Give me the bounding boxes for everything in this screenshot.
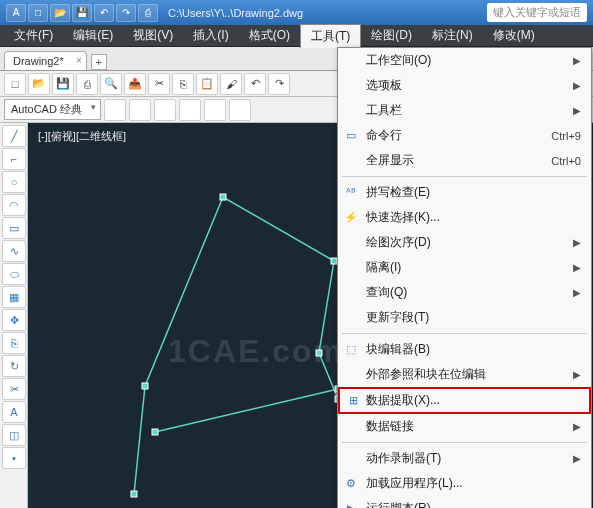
menu-item[interactable]: ᴬᴮ拼写检查(E)	[338, 180, 591, 205]
menu-item-label: 隔离(I)	[366, 259, 401, 276]
watermark: 1CAE.com	[168, 333, 344, 370]
preview-icon[interactable]: 🔍	[100, 73, 122, 95]
publish-icon[interactable]: 📤	[124, 73, 146, 95]
menu-separator	[342, 176, 587, 177]
save-file-icon[interactable]: 💾	[52, 73, 74, 95]
undo-icon[interactable]: ↶	[244, 73, 266, 95]
menu-item[interactable]: 修改(M)	[483, 24, 545, 47]
plot-icon[interactable]: ⎙	[76, 73, 98, 95]
cut-icon[interactable]: ✂	[148, 73, 170, 95]
menu-item-label: 数据提取(X)...	[366, 392, 440, 409]
open-icon[interactable]: 📂	[50, 4, 70, 22]
menu-item[interactable]: ⚙加载应用程序(L)...	[338, 471, 591, 496]
save-icon[interactable]: 💾	[72, 4, 92, 22]
polyline-icon[interactable]: ⌐	[2, 148, 26, 170]
point-icon[interactable]: •	[2, 447, 26, 469]
sun-icon[interactable]	[179, 99, 201, 121]
submenu-arrow-icon: ▶	[573, 287, 581, 298]
new-file-icon[interactable]: □	[4, 73, 26, 95]
menu-item-label: 全屏显示	[366, 152, 414, 169]
new-icon[interactable]: □	[28, 4, 48, 22]
menu-item[interactable]: 视图(V)	[123, 24, 183, 47]
rotate-icon[interactable]: ↻	[2, 355, 26, 377]
text-icon[interactable]: A	[2, 401, 26, 423]
submenu-arrow-icon: ▶	[573, 262, 581, 273]
menu-item-label: 工作空间(O)	[366, 52, 431, 69]
new-tab-button[interactable]: +	[91, 54, 107, 70]
arc-icon[interactable]: ◠	[2, 194, 26, 216]
line-icon[interactable]: ╱	[2, 125, 26, 147]
open-file-icon[interactable]: 📂	[28, 73, 50, 95]
menu-item[interactable]: 选项板▶	[338, 73, 591, 98]
submenu-arrow-icon: ▶	[573, 55, 581, 66]
menu-item[interactable]: 编辑(E)	[63, 24, 123, 47]
menu-item-label: 运行脚本(R)...	[366, 500, 441, 508]
freeze-icon[interactable]	[204, 99, 226, 121]
submenu-arrow-icon: ▶	[573, 80, 581, 91]
menu-item-label: 快速选择(K)...	[366, 209, 440, 226]
menu-item[interactable]: 绘图(D)	[361, 24, 422, 47]
menu-item[interactable]: 动作录制器(T)▶	[338, 446, 591, 471]
menu-item[interactable]: ⚡快速选择(K)...	[338, 205, 591, 230]
menu-item[interactable]: 工作空间(O)▶	[338, 48, 591, 73]
file-path: C:\Users\Y\..\Drawing2.dwg	[168, 7, 303, 19]
redo-icon[interactable]: ↷	[116, 4, 136, 22]
menu-item[interactable]: 绘图次序(D)▶	[338, 230, 591, 255]
copy-tool-icon[interactable]: ⎘	[2, 332, 26, 354]
menu-item[interactable]: 数据链接▶	[338, 414, 591, 439]
menu-item-label: 命令行	[366, 127, 402, 144]
region-icon[interactable]: ◫	[2, 424, 26, 446]
submenu-arrow-icon: ▶	[573, 105, 581, 116]
light-icon[interactable]	[154, 99, 176, 121]
menu-item[interactable]: 外部参照和块在位编辑▶	[338, 362, 591, 387]
menu-item[interactable]: ⊞数据提取(X)...	[338, 387, 591, 414]
spline-icon[interactable]: ∿	[2, 240, 26, 262]
menu-bar: 文件(F)编辑(E)视图(V)插入(I)格式(O)工具(T)绘图(D)标注(N)…	[0, 25, 593, 47]
workspace-settings-icon[interactable]	[104, 99, 126, 121]
close-icon[interactable]: ×	[76, 55, 82, 66]
lock-icon[interactable]	[229, 99, 251, 121]
menu-item[interactable]: 文件(F)	[4, 24, 63, 47]
svg-rect-2	[220, 194, 226, 200]
svg-rect-6	[152, 429, 158, 435]
menu-item[interactable]: 更新字段(T)	[338, 305, 591, 330]
menu-item[interactable]: 标注(N)	[422, 24, 483, 47]
circle-icon[interactable]: ○	[2, 171, 26, 193]
menu-item-label: 数据链接	[366, 418, 414, 435]
menu-item[interactable]: ▭命令行Ctrl+9	[338, 123, 591, 148]
redo-icon[interactable]: ↷	[268, 73, 290, 95]
document-tab[interactable]: Drawing2* ×	[4, 51, 87, 70]
tab-label: Drawing2*	[13, 55, 64, 67]
menu-item[interactable]: 隔离(I)▶	[338, 255, 591, 280]
submenu-arrow-icon: ▶	[573, 369, 581, 380]
workspace-select[interactable]: AutoCAD 经典	[4, 99, 101, 120]
menu-item[interactable]: 全屏显示Ctrl+0	[338, 148, 591, 173]
hatch-icon[interactable]: ▦	[2, 286, 26, 308]
menu-shortcut: Ctrl+0	[551, 155, 581, 167]
menu-item[interactable]: ⬚块编辑器(B)	[338, 337, 591, 362]
title-bar: A □ 📂 💾 ↶ ↷ ⎙ C:\Users\Y\..\Drawing2.dwg…	[0, 0, 593, 25]
print-icon[interactable]: ⎙	[138, 4, 158, 22]
menu-item-icon: ▭	[343, 128, 359, 144]
move-icon[interactable]: ✥	[2, 309, 26, 331]
menu-item[interactable]: 格式(O)	[239, 24, 300, 47]
submenu-arrow-icon: ▶	[573, 237, 581, 248]
match-icon[interactable]: 🖌	[220, 73, 242, 95]
menu-item[interactable]: 工具栏▶	[338, 98, 591, 123]
menu-item[interactable]: ▶运行脚本(R)...	[338, 496, 591, 508]
rectangle-icon[interactable]: ▭	[2, 217, 26, 239]
ellipse-icon[interactable]: ⬭	[2, 263, 26, 285]
copy-icon[interactable]: ⎘	[172, 73, 194, 95]
trim-icon[interactable]: ✂	[2, 378, 26, 400]
layer-icon[interactable]	[129, 99, 151, 121]
undo-icon[interactable]: ↶	[94, 4, 114, 22]
search-input[interactable]: 键入关键字或短语	[487, 3, 587, 22]
paste-icon[interactable]: 📋	[196, 73, 218, 95]
menu-item[interactable]: 插入(I)	[183, 24, 238, 47]
quick-access-toolbar: A □ 📂 💾 ↶ ↷ ⎙ C:\Users\Y\..\Drawing2.dwg	[6, 4, 481, 22]
menu-item[interactable]: 查询(Q)▶	[338, 280, 591, 305]
menu-item-label: 工具栏	[366, 102, 402, 119]
draw-toolbar: ╱ ⌐ ○ ◠ ▭ ∿ ⬭ ▦ ✥ ⎘ ↻ ✂ A ◫ •	[0, 123, 28, 508]
menu-item[interactable]: 工具(T)	[300, 24, 361, 48]
app-icon[interactable]: A	[6, 4, 26, 22]
